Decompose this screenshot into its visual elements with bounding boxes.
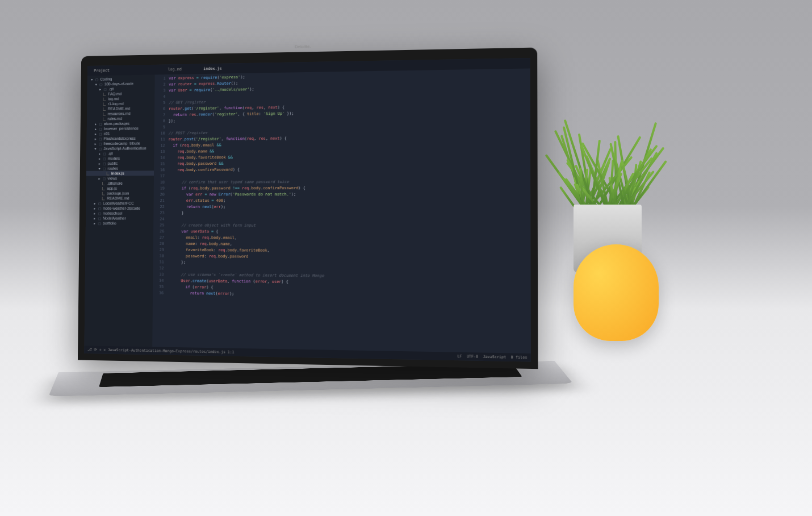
tree-item-label: .gitignore [107,181,122,185]
git-branch-icon[interactable]: ⎇ [87,347,92,352]
tree-item-label: README.md [107,196,129,200]
status-add-icon[interactable]: + [99,348,102,352]
editor-tab[interactable]: log.md [157,67,192,72]
line-number: 16 [154,167,165,173]
editor-tab[interactable]: index.js [192,66,233,71]
file-tree-item[interactable]: .gitignore [86,181,154,186]
code-line[interactable]: var err = new Error('Passwords do not ma… [168,191,531,198]
folder-icon: ▸ [93,142,98,145]
line-number: 18 [154,180,165,186]
tree-item-label: log.md [108,97,119,101]
code-line[interactable]: err.status = 400; [168,198,530,205]
file-tree-sidebar[interactable]: ▾▢Coding▾▢100-days-of-code▸▢.git FAQ.md … [85,74,155,347]
tree-item-label: r1-log.md [108,102,124,106]
folder-glyph-icon: ▢ [102,167,107,170]
folder-icon: ▾ [93,147,98,151]
line-number: 9 [154,124,165,131]
folder-icon: ▸ [92,211,97,215]
file-icon [107,172,110,175]
status-encoding[interactable]: UTF-8 [467,354,478,359]
line-number: 3 [154,88,165,94]
folder-tree-item[interactable]: ▸▢nodeschool [86,211,153,216]
code-pane[interactable]: 1234567891011121314151617181920212223242… [152,68,531,353]
line-number: 6 [154,106,165,113]
tree-item-label: JavaScript-Authentication [103,146,146,150]
file-icon [103,92,106,95]
folder-tree-item[interactable]: ▸▢node-weather-zipcode [86,206,153,211]
folder-tree-item[interactable]: ▸▢views [86,176,154,181]
folder-tree-item[interactable]: ▸▢portfolio [86,220,153,226]
file-tree-item[interactable]: package.json [86,191,154,196]
folder-glyph-icon: ▢ [99,82,103,86]
line-number: 23 [153,210,164,217]
line-number: 33 [153,272,164,278]
folder-tree-item[interactable]: ▸▢NodeWeather [86,216,153,221]
file-icon [102,192,105,195]
folder-glyph-icon: ▢ [102,161,107,165]
tree-item-label: 100-days-of-code [104,82,133,86]
line-number: 5 [154,100,165,106]
tree-item-label: LocalWeatherFCC [103,201,133,205]
status-file-path[interactable]: JavaScript-Authentication-Mongo-Express/… [108,348,225,355]
code-line[interactable]: // create object with form input [168,223,530,230]
folder-icon: ▸ [93,132,98,136]
tree-item-label: app.js [107,186,117,190]
tree-item-label: node-weather-zipcode [103,206,140,210]
file-icon [103,112,106,115]
folder-glyph-icon: ▢ [98,132,103,136]
file-icon [102,197,105,200]
code-line[interactable]: return next(err); [168,204,530,210]
file-icon [103,102,106,106]
status-line-ending[interactable]: LF [458,354,462,359]
line-number: 17 [154,173,165,180]
folder-icon: ▸ [97,161,102,165]
line-number: 7 [154,113,165,119]
line-number: 28 [153,241,164,247]
sidebar-header: Project [90,68,157,73]
folder-icon: ▸ [97,156,102,160]
folder-icon: ▸ [93,206,97,210]
status-sync-icon[interactable]: ⟳ [94,347,97,352]
tree-item-label: public [108,161,118,165]
line-number: 14 [154,155,165,161]
status-files-count[interactable]: 0 files [511,355,528,360]
line-number: 31 [153,259,164,265]
laptop-brand-label: Deloitte. [295,44,311,49]
folder-icon: ▸ [93,137,98,141]
code-line[interactable]: } [168,210,530,217]
line-number: 20 [154,192,165,198]
file-icon [103,97,106,101]
folder-glyph-icon: ▢ [98,221,102,225]
file-icon [103,117,106,120]
folder-glyph-icon: ▢ [103,152,107,156]
line-number: 26 [153,228,164,235]
folder-icon: ▾ [94,82,98,86]
line-number: 13 [154,149,165,155]
status-close-icon[interactable]: ✕ [103,348,106,352]
code-editor: Project log.mdindex.js ▾▢Coding▾▢100-day… [84,58,530,361]
line-number: 8 [154,118,165,124]
status-cursor-position[interactable]: 1:1 [228,350,235,355]
tree-item-label: freecodecamp_tribute [104,142,140,145]
file-tree-item[interactable]: app.js [86,186,154,191]
folder-glyph-icon: ▢ [98,217,102,220]
status-language[interactable]: JavaScript [483,355,507,360]
folder-glyph-icon: ▢ [103,87,108,91]
folder-icon: ▸ [93,122,98,126]
folder-tree-item[interactable]: ▸▢LocalWeatherFCC [86,201,153,206]
line-number: 11 [154,137,165,143]
file-tree-item[interactable]: README.md [86,195,153,201]
file-icon [102,186,105,190]
code-content[interactable]: var express = require('express');var rou… [166,68,531,353]
tree-item-label: browser_persistence [104,126,139,130]
line-number: 21 [154,198,165,204]
folder-icon: ▸ [92,221,97,225]
line-number: 29 [153,247,164,253]
line-number: 36 [153,290,164,297]
folder-icon: ▸ [93,127,98,131]
folder-icon: ▸ [98,87,102,91]
folder-glyph-icon: ▢ [102,176,107,180]
folder-icon: ▸ [93,201,97,205]
file-icon [102,182,105,185]
line-number: 32 [153,265,164,272]
